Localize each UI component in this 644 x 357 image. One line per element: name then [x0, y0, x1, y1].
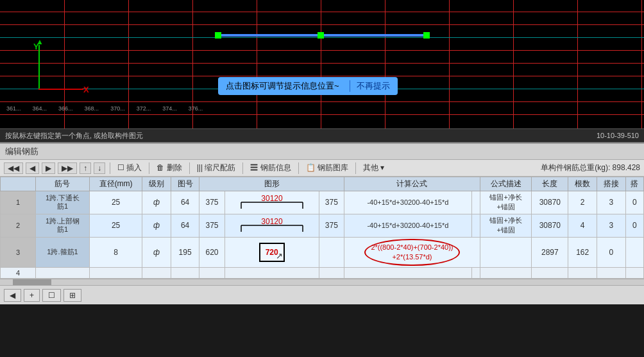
row4-c5	[199, 268, 225, 279]
btn-last[interactable]: ▶▶	[58, 162, 77, 174]
btn-up[interactable]: ↑	[80, 162, 91, 174]
col-header-splice: 搭接	[597, 177, 625, 191]
col-header-diameter: 直径(mm)	[89, 177, 142, 191]
beam-handle-right[interactable]	[423, 32, 430, 39]
row4-c14	[625, 268, 643, 279]
row3-diameter: 8	[89, 237, 142, 268]
status-bar: 按鼠标左键指定第一个角点, 或拾取构件图元 10-10-39-510	[0, 128, 644, 143]
row1-formula: -40+15*d+30200-40+15*d	[344, 191, 471, 214]
row1-label: 1跨.下通长筋1	[36, 191, 90, 214]
btn-rebar-info[interactable]: ☰ 钢筋信息	[248, 162, 293, 174]
btn-scale[interactable]: ||| 缩尺配筋	[194, 162, 239, 174]
row3-formula-highlight: 2*((800-2*40)+(700-2*40))+2*(13.57*d)	[364, 239, 459, 266]
btn-rebar-lib[interactable]: 📋 钢筋图库	[303, 162, 351, 174]
row4-c4	[171, 268, 199, 279]
row1-diameter: 25	[89, 191, 142, 214]
row2-shape-mid: 30120	[225, 214, 319, 237]
row2-shape-num: 64	[171, 214, 199, 237]
row2-count: 4	[568, 214, 597, 237]
btn-prev[interactable]: ◀	[26, 162, 39, 174]
btn-other[interactable]: 其他 ▾	[360, 162, 387, 174]
row3-label: 1跨.箍筋1	[36, 237, 90, 268]
panel-area: 编辑钢筋 ◀◀ ◀ ▶ ▶▶ ↑ ↓ ☐ 插入 🗑 删除 ||| 缩尺配筋 ☰ …	[0, 143, 644, 304]
status-coords-left: 按鼠标左键指定第一个角点, 或拾取构件图元	[5, 131, 143, 141]
status-coords-right: 10-10-39-510	[597, 132, 639, 139]
col-header-num	[1, 177, 36, 191]
rebar-table: 筋号 直径(mm) 级别 图号 图形 计算公式 公式描述 长度 根数 搭接 搭 …	[0, 177, 644, 279]
tooltip-bubble: 点击图标可调节提示信息位置~ 不再提示	[218, 77, 398, 95]
row2-shape-right: 375	[319, 214, 344, 237]
beam-bar	[218, 34, 430, 37]
row2-desc: 锚固+净长+锚固	[480, 214, 532, 237]
bottom-btn-4[interactable]: ⊞	[64, 289, 81, 302]
toolbar-separator-5	[298, 162, 299, 174]
row1-shape-left: 375	[199, 191, 225, 214]
row1-count: 2	[568, 191, 597, 214]
cad-coord-numbers: 361...364...366...368...370...372...374.…	[0, 105, 644, 112]
toolbar-separator-6	[355, 162, 356, 174]
row2-formula2	[471, 214, 480, 237]
row3-grade: ф	[142, 237, 171, 268]
svg-text:30120: 30120	[261, 195, 283, 203]
row4-c10	[480, 268, 532, 279]
row1-desc: 锚固+净长+锚固	[480, 191, 532, 214]
row3-diagonal-icon: ↗	[276, 251, 283, 261]
col-header-formula: 计算公式	[344, 177, 480, 191]
btn-first[interactable]: ◀◀	[4, 162, 23, 174]
btn-next[interactable]: ▶	[42, 162, 55, 174]
row-num-1: 1	[1, 191, 36, 214]
table-row[interactable]: 2 1跨.上部钢筋1 25 ф 64 375	[1, 214, 644, 237]
bottom-btn-3[interactable]: ☐	[42, 289, 61, 302]
row4-c2	[89, 268, 142, 279]
row4-c1	[36, 268, 90, 279]
toolbar: ◀◀ ◀ ▶ ▶▶ ↑ ↓ ☐ 插入 🗑 删除 ||| 缩尺配筋 ☰ 钢筋信息 …	[0, 160, 644, 177]
row3-length: 2897	[532, 237, 568, 268]
row1-length: 30870	[532, 191, 568, 214]
row1-shape-diagram: 30120	[240, 195, 304, 210]
bottom-btn-1[interactable]: ◀	[4, 289, 21, 302]
row-num-2: 2	[1, 214, 36, 237]
table-row-empty[interactable]: 4	[1, 268, 644, 279]
status-text: 按鼠标左键指定第一个角点, 或拾取构件图元	[5, 131, 143, 141]
row2-formula: -40+15*d+30200-40+15*d	[344, 214, 471, 237]
row2-diameter: 25	[89, 214, 142, 237]
row1-extra: 0	[625, 191, 643, 214]
row4-c12	[568, 268, 597, 279]
row2-length: 30870	[532, 214, 568, 237]
row1-grade: ф	[142, 191, 171, 214]
row2-shape-left: 375	[199, 214, 225, 237]
btn-insert[interactable]: ☐ 插入	[115, 162, 144, 174]
row2-splice: 3	[597, 214, 625, 237]
weight-label: 单构件钢筋总重(kg): 898.428	[541, 162, 640, 173]
btn-delete[interactable]: 🗑 删除	[154, 162, 184, 174]
horizontal-scrollbar[interactable]	[0, 279, 644, 285]
tooltip-text: 点击图标可调节提示信息位置~	[226, 80, 339, 92]
bottom-btn-2[interactable]: +	[24, 289, 40, 302]
btn-down[interactable]: ↓	[94, 162, 105, 174]
svg-text:30120: 30120	[261, 218, 283, 226]
row4-c9	[471, 268, 480, 279]
bottom-bar: ◀ + ☐ ⊞	[0, 285, 644, 304]
beam-handle-mid[interactable]	[318, 32, 324, 39]
row3-formula: 2*((800-2*40)+(700-2*40))+2*(13.57*d)	[344, 237, 480, 268]
row2-grade: ф	[142, 214, 171, 237]
col-header-count: 根数	[568, 177, 597, 191]
col-header-shape-num: 图号	[171, 177, 199, 191]
no-remind-button[interactable]: 不再提示	[350, 80, 390, 92]
panel-header: 编辑钢筋	[0, 144, 644, 160]
col-header-desc: 公式描述	[480, 177, 532, 191]
table-row[interactable]: 1 1跨.下通长筋1 25 ф 64 375	[1, 191, 644, 214]
toolbar-separator-2	[149, 162, 149, 174]
x-axis	[38, 89, 83, 90]
row3-count: 162	[568, 237, 597, 268]
row2-label: 1跨.上部钢筋1	[36, 214, 90, 237]
y-arrow-icon: ▲	[36, 37, 44, 46]
table-row[interactable]: 3 1跨.箍筋1 8 ф 195 620 720 ↗	[1, 237, 644, 268]
beam-handle-left[interactable]	[215, 32, 221, 39]
row3-shape-right	[319, 237, 344, 268]
row-num-4: 4	[1, 268, 36, 279]
row1-splice: 3	[597, 191, 625, 214]
col-header-extra: 搭	[625, 177, 643, 191]
row1-shape-mid: 30120	[225, 191, 319, 214]
toolbar-separator-3	[189, 162, 190, 174]
